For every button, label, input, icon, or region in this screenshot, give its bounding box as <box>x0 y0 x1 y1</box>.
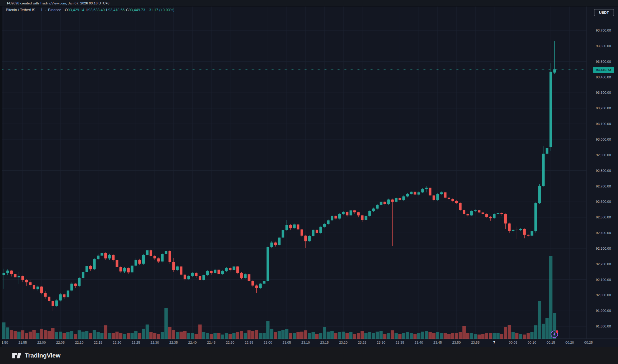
candle-body <box>482 213 484 214</box>
candle-body <box>414 192 416 195</box>
candle-body <box>436 194 439 200</box>
candle-body <box>508 223 511 231</box>
interval-label[interactable]: 1 <box>41 8 43 12</box>
candle-body <box>146 250 149 255</box>
candle-body <box>22 276 24 280</box>
candle-wick <box>4 269 4 289</box>
candle-body <box>327 220 329 224</box>
candle-body <box>195 273 197 276</box>
candle-body <box>467 214 469 215</box>
volume-bar <box>462 326 466 339</box>
candle-body <box>383 202 386 204</box>
volume-bar <box>538 301 541 339</box>
volume-bar <box>10 330 13 339</box>
volume-bar <box>66 332 70 339</box>
volume-bar <box>353 334 356 339</box>
candle-body <box>282 230 284 238</box>
price-tick-label: 93,500.00 <box>596 60 611 63</box>
volume-bar <box>51 328 55 339</box>
volume-bar <box>17 332 21 339</box>
time-tick-label: 00:20 <box>566 341 574 344</box>
candle-body <box>470 211 473 215</box>
volume-bar <box>512 332 515 339</box>
candle-body <box>172 262 175 270</box>
candle-body <box>14 274 17 278</box>
volume-bar <box>36 333 39 339</box>
candle-body <box>493 214 496 218</box>
time-tick-label: 22:00 <box>37 341 46 344</box>
volume-bar <box>55 332 58 339</box>
volume-bar <box>123 334 126 339</box>
candle-body <box>372 209 375 211</box>
volume-bar <box>519 334 522 339</box>
time-tick-label: 22:10 <box>75 341 84 344</box>
volume-bar <box>127 333 130 339</box>
time-tick-label: 00:10 <box>528 341 536 344</box>
currency-toggle-button[interactable]: USDT <box>594 9 614 16</box>
candle-body <box>395 198 398 202</box>
volume-bar <box>376 332 379 339</box>
candle-body <box>504 214 507 224</box>
candle-body <box>267 247 269 281</box>
volume-bar <box>89 333 92 339</box>
volume-bar <box>213 333 217 339</box>
volume-bar <box>164 308 168 339</box>
price-tick-label: 93,300.00 <box>596 91 611 94</box>
candle-body <box>353 210 356 212</box>
candle-body <box>512 230 515 231</box>
price-tick-label: 92,000.00 <box>596 293 611 297</box>
candle-body <box>131 266 134 272</box>
volume-bar <box>380 331 383 339</box>
time-tick-label: 00:25 <box>584 341 593 344</box>
time-tick-label: 22:35 <box>169 341 178 344</box>
volume-bar <box>47 331 51 339</box>
volume-bar <box>255 330 258 339</box>
volume-bar <box>263 333 266 339</box>
candle-body <box>187 276 190 279</box>
candle-body <box>444 192 446 198</box>
tradingview-logo-text[interactable]: TradingView <box>25 352 60 359</box>
volume-bar <box>157 334 160 339</box>
lightning-event-icon[interactable] <box>550 330 559 338</box>
volume-bar <box>345 333 349 339</box>
candle-body <box>100 253 103 256</box>
candle-body <box>289 225 292 228</box>
candle-body <box>255 286 258 288</box>
volume-bar <box>466 333 469 339</box>
candle-body <box>18 276 20 277</box>
candle-body <box>206 271 209 275</box>
volume-bar <box>270 329 273 339</box>
candle-body <box>270 243 273 247</box>
volume-bar <box>59 332 62 339</box>
high-letter: H <box>86 8 88 12</box>
symbol-title[interactable]: Bitcoin / TetherUS <box>6 8 35 12</box>
volume-bar <box>315 334 319 339</box>
volume-bar <box>470 333 473 339</box>
tradingview-logo-icon[interactable] <box>12 352 22 359</box>
volume-bar <box>217 333 220 339</box>
volume-bar <box>451 333 454 339</box>
price-tick-label: 92,800.00 <box>596 169 611 172</box>
candle-body <box>40 286 43 293</box>
price-tick-label: 93,600.00 <box>596 44 611 48</box>
time-tick-label: 22:25 <box>132 341 140 344</box>
high-value: 93,633.40 <box>88 8 105 12</box>
candle-body <box>85 266 88 272</box>
candle-body <box>52 301 54 306</box>
candle-body <box>123 268 126 271</box>
volume-bar <box>334 333 337 339</box>
candle-body <box>312 230 314 236</box>
candle-body <box>233 266 235 270</box>
volume-bar <box>395 333 398 339</box>
volume-bar <box>447 334 451 339</box>
candle-body <box>387 200 390 204</box>
low-value: 93,418.55 <box>108 8 125 12</box>
volume-bar <box>248 330 251 339</box>
volume-bar <box>421 332 424 339</box>
chart-canvas[interactable]: 93,700.0093,600.0093,500.0093,400.0093,3… <box>0 0 618 347</box>
chart-area: 93,700.0093,600.0093,500.0093,400.0093,3… <box>0 0 618 347</box>
price-tick-label: 92,400.00 <box>596 231 611 235</box>
close-letter: C <box>126 8 129 12</box>
candle-body <box>301 229 303 235</box>
candle-body <box>202 275 205 280</box>
